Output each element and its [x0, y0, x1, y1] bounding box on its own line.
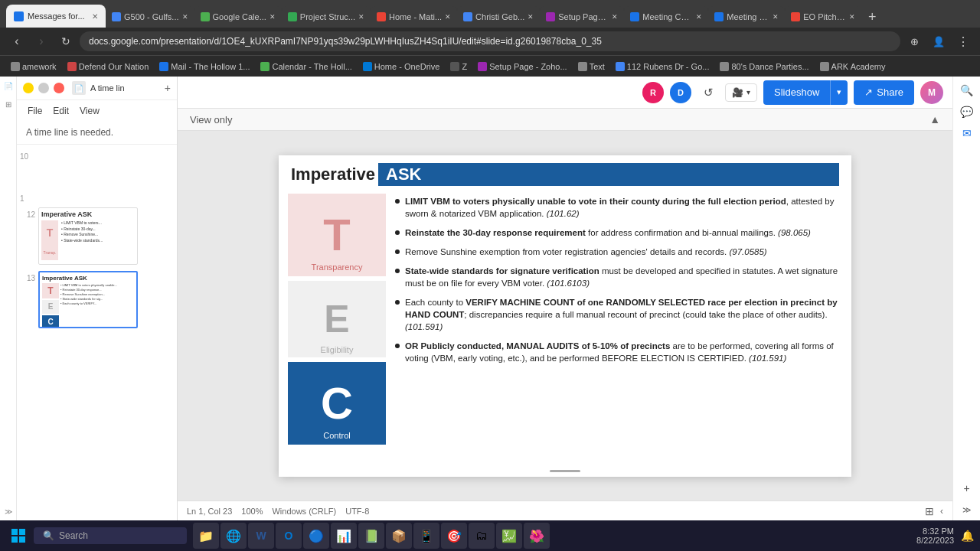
bookmark-rubens[interactable]: 112 Rubens Dr - Go...: [611, 60, 714, 73]
app-icon: 📄: [72, 81, 86, 95]
sidebar-note-text: A time line is needed.: [17, 122, 177, 145]
maximize-button[interactable]: [38, 83, 49, 93]
windows-start-button[interactable]: [6, 523, 31, 548]
taskbar-app-outlook[interactable]: O: [276, 523, 302, 549]
bookmark-defend[interactable]: Defend Our Nation: [63, 60, 154, 73]
tab-favicon-calendar: [201, 12, 210, 21]
taskbar-right: 8:32 PM 8/22/2023 🔔: [916, 527, 974, 545]
tab-close-cal[interactable]: ✕: [270, 13, 276, 21]
reload-button[interactable]: ↻: [55, 31, 77, 52]
bullet-dot-5: [395, 300, 400, 305]
eligibility-image: E Eligibility: [288, 281, 386, 357]
bookmark-z[interactable]: Z: [446, 60, 472, 73]
taskbar-app-more1[interactable]: 📦: [386, 523, 412, 549]
tab-meeting2[interactable]: Meeting Che... ✕: [708, 6, 785, 28]
docs-icon[interactable]: 📄: [2, 80, 15, 92]
bookmark-dance[interactable]: 80's Dance Parties...: [715, 60, 813, 73]
bookmark-setup[interactable]: Setup Page - Zoho...: [473, 60, 572, 73]
slide-thumb-item-12[interactable]: 12 Imperative ASK T Transp. • LIMIT VBM …: [17, 204, 177, 268]
bookmark-calendar[interactable]: Calendar - The Holl...: [256, 60, 356, 73]
control-label: Control: [323, 431, 350, 440]
slideshow-dropdown-button[interactable]: ▾: [830, 80, 848, 105]
close-window-button[interactable]: [54, 83, 64, 93]
tab-christi[interactable]: Christi Geb... ✕: [457, 6, 540, 28]
share-button[interactable]: ↗ Share: [854, 80, 914, 105]
search-placeholder-text: Search: [59, 530, 88, 541]
taskbar-app-more3[interactable]: 🎯: [441, 523, 467, 549]
tab-close-active[interactable]: ✕: [92, 12, 98, 21]
slide-bullets-column: LIMIT VBM to voters physically unable to…: [395, 194, 842, 460]
profile-button[interactable]: 👤: [928, 31, 949, 52]
tab-active[interactable]: Messages for... ✕: [6, 5, 106, 28]
extensions-button[interactable]: ⊕: [903, 31, 925, 52]
avatar-user2[interactable]: D: [670, 82, 691, 103]
slides-list: 10 1 12 Imperative ASK T Transp.: [17, 145, 177, 520]
view-menu-button[interactable]: View: [75, 103, 104, 119]
edit-menu-button[interactable]: Edit: [48, 103, 74, 119]
tab-eo1[interactable]: EO Pitch De... ✕: [785, 6, 861, 28]
bookmark-text[interactable]: Text: [573, 60, 609, 73]
bookmark-amework[interactable]: amework: [6, 60, 61, 73]
bookmark-onedrive[interactable]: Home - OneDrive: [358, 60, 445, 73]
notification-icon[interactable]: 🔔: [960, 529, 974, 543]
tab-project[interactable]: Project Struc... ✕: [282, 6, 371, 28]
taskbar-app-teams[interactable]: 📊: [331, 523, 357, 549]
svg-rect-3: [19, 536, 25, 543]
taskbar-app-more6[interactable]: 🌺: [524, 523, 550, 549]
search-panel-icon[interactable]: 🔍: [959, 83, 975, 98]
taskbar-app-more4[interactable]: 🗂: [469, 523, 495, 549]
tab-close-g500[interactable]: ✕: [182, 13, 188, 21]
bookmark-mail[interactable]: Mail - The Hollow 1...: [155, 60, 254, 73]
bookmark-ark[interactable]: ARK Academy: [815, 60, 890, 73]
more-options-button[interactable]: ⋮: [952, 31, 974, 52]
taskbar-date: 8/22/2023: [916, 536, 954, 545]
back-button[interactable]: ‹: [6, 31, 28, 52]
taskbar-app-word[interactable]: W: [248, 523, 274, 549]
tab-label-home: Home - Mati...: [389, 12, 442, 21]
file-menu-button[interactable]: File: [23, 103, 47, 119]
taskbar-app-explorer[interactable]: 📁: [193, 523, 219, 549]
bookmark-favicon-rubens: [616, 62, 625, 71]
tab-g500[interactable]: G500 - Gulfs... ✕: [106, 6, 194, 28]
slideshow-button[interactable]: Slideshow: [763, 80, 830, 105]
bullet-text-4: State-wide standards for signature verif…: [405, 265, 842, 289]
email-panel-icon[interactable]: ✉: [959, 126, 975, 141]
tab-calendar[interactable]: Google Cale... ✕: [194, 6, 282, 28]
bullet-2: Reinstate the 30-day response requiremen…: [395, 227, 842, 239]
taskbar-app-more2[interactable]: 📱: [413, 523, 439, 549]
taskbar-app-chrome[interactable]: 🔵: [303, 523, 329, 549]
status-left: Ln 1, Col 23 100% Windows (CRLF) UTF-8: [187, 507, 369, 516]
avatar-user1[interactable]: R: [642, 82, 664, 103]
side-panel-expand-icon[interactable]: ≫: [2, 505, 15, 517]
expand-panel-icon[interactable]: ≫: [959, 502, 975, 517]
address-bar-row: ‹ › ↻ ⊕ 👤 ⋮: [0, 28, 980, 55]
taskbar-app-more5[interactable]: 💹: [496, 523, 522, 549]
slide-number-12: 12: [23, 207, 35, 219]
add-panel-icon[interactable]: +: [959, 481, 975, 496]
address-input[interactable]: [80, 31, 900, 51]
transparency-label: Transparency: [312, 262, 363, 272]
minimize-button[interactable]: [23, 83, 34, 93]
camera-present-button[interactable]: 🎥 ▾: [725, 83, 757, 102]
share-icon: ↗: [864, 86, 873, 98]
tab-setup[interactable]: Setup Page... ✕: [540, 6, 624, 28]
taskbar-app-excel[interactable]: 📗: [358, 523, 384, 549]
collapse-sidebar-button[interactable]: ‹: [940, 506, 943, 517]
grid-view-button[interactable]: ⊞: [925, 505, 934, 517]
tab-meeting1[interactable]: Meeting Che... ✕: [624, 6, 708, 28]
collapse-bar-button[interactable]: ▲: [929, 113, 940, 126]
user-avatar-main[interactable]: M: [920, 81, 943, 104]
forward-button[interactable]: ›: [31, 31, 52, 52]
slide-thumb-item-13[interactable]: 13 Imperative ASK T E C • LIMIT VBM to v…: [17, 268, 177, 331]
transparency-image: T Transparency: [288, 194, 386, 276]
tab-new[interactable]: +: [861, 6, 883, 28]
taskbar-search[interactable]: 🔍 Search: [34, 527, 187, 544]
new-tab-app-button[interactable]: +: [165, 82, 171, 94]
taskbar-app-edge[interactable]: 🌐: [220, 523, 247, 549]
history-button[interactable]: ↺: [697, 82, 719, 103]
slide-title-ask: ASK: [378, 163, 839, 186]
chat-panel-icon[interactable]: 💬: [959, 104, 975, 119]
grid-view-icon[interactable]: ⊞: [2, 98, 15, 110]
left-vertical-strip: 📄 ⊞ ≫: [0, 77, 17, 520]
tab-home[interactable]: Home - Mati... ✕: [371, 6, 457, 28]
